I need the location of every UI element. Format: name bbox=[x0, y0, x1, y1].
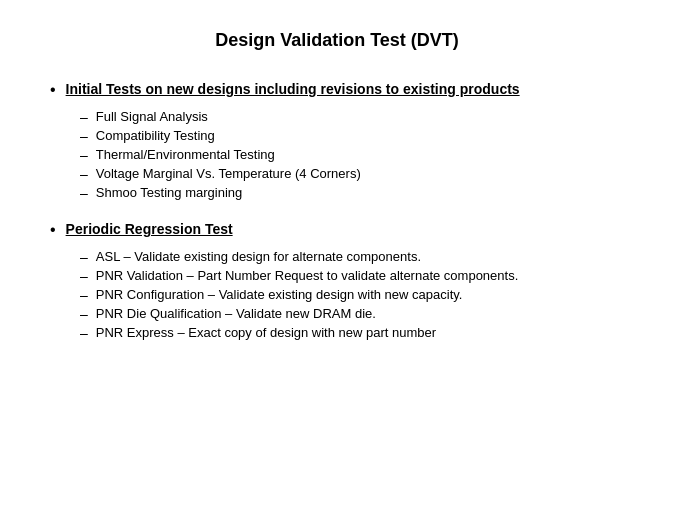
dash-symbol: – bbox=[80, 306, 88, 322]
list-item: –PNR Die Qualification – Validate new DR… bbox=[80, 306, 634, 322]
bullet-symbol-1: • bbox=[50, 221, 56, 239]
list-item-text: PNR Configuration – Validate existing de… bbox=[96, 287, 463, 302]
dash-symbol: – bbox=[80, 128, 88, 144]
dash-symbol: – bbox=[80, 109, 88, 125]
sub-list-1: –ASL – Validate existing design for alte… bbox=[80, 249, 634, 341]
content-area: •Initial Tests on new designs including … bbox=[40, 81, 634, 341]
list-item: –Voltage Marginal Vs. Temperature (4 Cor… bbox=[80, 166, 634, 182]
dash-symbol: – bbox=[80, 325, 88, 341]
list-item-text: Shmoo Testing margining bbox=[96, 185, 242, 200]
section-heading-0: Initial Tests on new designs including r… bbox=[66, 81, 520, 97]
list-item: –Full Signal Analysis bbox=[80, 109, 634, 125]
list-item-text: Compatibility Testing bbox=[96, 128, 215, 143]
list-item-text: Voltage Marginal Vs. Temperature (4 Corn… bbox=[96, 166, 361, 181]
list-item: –Thermal/Environmental Testing bbox=[80, 147, 634, 163]
dash-symbol: – bbox=[80, 166, 88, 182]
list-item-text: ASL – Validate existing design for alter… bbox=[96, 249, 421, 264]
section-periodic-regression: •Periodic Regression Test–ASL – Validate… bbox=[50, 221, 634, 341]
dash-symbol: – bbox=[80, 287, 88, 303]
dash-symbol: – bbox=[80, 268, 88, 284]
list-item-text: Full Signal Analysis bbox=[96, 109, 208, 124]
dash-symbol: – bbox=[80, 249, 88, 265]
list-item-text: PNR Validation – Part Number Request to … bbox=[96, 268, 519, 283]
list-item-text: Thermal/Environmental Testing bbox=[96, 147, 275, 162]
list-item: –PNR Express – Exact copy of design with… bbox=[80, 325, 634, 341]
section-initial-tests: •Initial Tests on new designs including … bbox=[50, 81, 634, 201]
list-item: –Compatibility Testing bbox=[80, 128, 634, 144]
list-item-text: PNR Die Qualification – Validate new DRA… bbox=[96, 306, 376, 321]
sub-list-0: –Full Signal Analysis–Compatibility Test… bbox=[80, 109, 634, 201]
bullet-symbol-0: • bbox=[50, 81, 56, 99]
list-item: –ASL – Validate existing design for alte… bbox=[80, 249, 634, 265]
bullet-item-1: •Periodic Regression Test bbox=[50, 221, 634, 239]
list-item: –Shmoo Testing margining bbox=[80, 185, 634, 201]
list-item-text: PNR Express – Exact copy of design with … bbox=[96, 325, 436, 340]
list-item: –PNR Configuration – Validate existing d… bbox=[80, 287, 634, 303]
page-title: Design Validation Test (DVT) bbox=[40, 30, 634, 51]
list-item: –PNR Validation – Part Number Request to… bbox=[80, 268, 634, 284]
dash-symbol: – bbox=[80, 147, 88, 163]
section-heading-1: Periodic Regression Test bbox=[66, 221, 233, 237]
bullet-item-0: •Initial Tests on new designs including … bbox=[50, 81, 634, 99]
dash-symbol: – bbox=[80, 185, 88, 201]
